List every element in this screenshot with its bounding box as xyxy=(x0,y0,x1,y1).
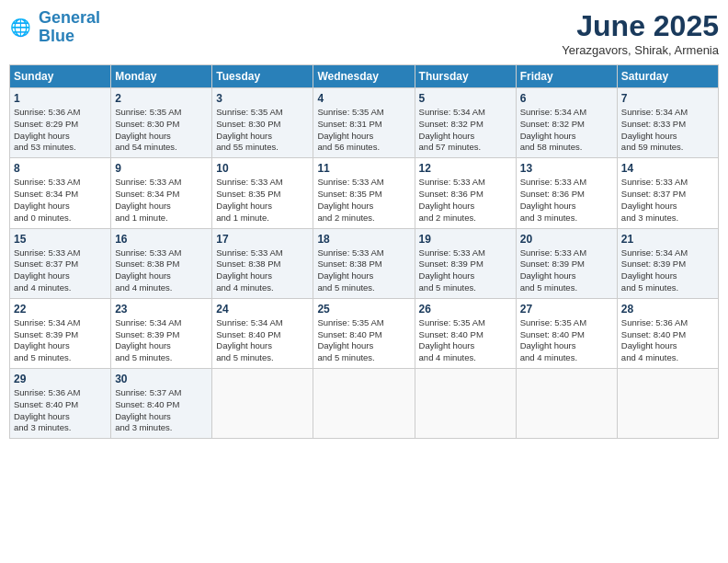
day-info: Sunrise: 5:36 AMSunset: 8:40 PMDaylight … xyxy=(621,317,714,364)
day-number: 26 xyxy=(419,303,512,316)
month-title: June 2025 xyxy=(562,9,719,43)
day-number: 24 xyxy=(216,303,309,316)
day-info: Sunrise: 5:37 AMSunset: 8:40 PMDaylight … xyxy=(115,387,208,434)
day-number: 17 xyxy=(216,233,309,246)
calendar-week-1: 1Sunrise: 5:36 AMSunset: 8:29 PMDaylight… xyxy=(10,88,719,158)
day-info: Sunrise: 5:34 AMSunset: 8:40 PMDaylight … xyxy=(216,317,309,364)
calendar-cell: 17Sunrise: 5:33 AMSunset: 8:38 PMDayligh… xyxy=(212,228,313,298)
calendar-cell: 4Sunrise: 5:35 AMSunset: 8:31 PMDaylight… xyxy=(313,88,415,158)
calendar-cell: 25Sunrise: 5:35 AMSunset: 8:40 PMDayligh… xyxy=(313,298,415,368)
calendar-cell: 1Sunrise: 5:36 AMSunset: 8:29 PMDaylight… xyxy=(10,88,111,158)
day-info: Sunrise: 5:34 AMSunset: 8:33 PMDaylight … xyxy=(621,107,714,154)
calendar-cell xyxy=(212,369,313,439)
day-number: 27 xyxy=(520,303,613,316)
calendar-cell: 10Sunrise: 5:33 AMSunset: 8:35 PMDayligh… xyxy=(212,158,313,228)
day-number: 8 xyxy=(14,162,107,175)
day-info: Sunrise: 5:35 AMSunset: 8:30 PMDaylight … xyxy=(115,107,208,154)
day-number: 12 xyxy=(419,162,512,175)
calendar-cell: 13Sunrise: 5:33 AMSunset: 8:36 PMDayligh… xyxy=(516,158,617,228)
day-info: Sunrise: 5:35 AMSunset: 8:40 PMDaylight … xyxy=(419,317,512,364)
day-info: Sunrise: 5:36 AMSunset: 8:29 PMDaylight … xyxy=(14,107,107,154)
day-number: 3 xyxy=(216,92,309,105)
header-thursday: Thursday xyxy=(415,65,516,88)
day-number: 30 xyxy=(115,373,208,385)
calendar-cell: 22Sunrise: 5:34 AMSunset: 8:39 PMDayligh… xyxy=(10,298,111,368)
day-number: 13 xyxy=(520,162,613,175)
day-number: 5 xyxy=(419,92,512,105)
day-info: Sunrise: 5:35 AMSunset: 8:31 PMDaylight … xyxy=(317,107,410,154)
day-info: Sunrise: 5:33 AMSunset: 8:39 PMDaylight … xyxy=(520,247,613,294)
calendar-cell: 14Sunrise: 5:33 AMSunset: 8:37 PMDayligh… xyxy=(617,158,718,228)
day-info: Sunrise: 5:34 AMSunset: 8:32 PMDaylight … xyxy=(419,107,512,154)
day-number: 29 xyxy=(14,373,107,385)
logo-line2: Blue xyxy=(39,27,74,45)
header-tuesday: Tuesday xyxy=(212,65,313,88)
day-number: 28 xyxy=(621,303,714,316)
day-number: 11 xyxy=(317,162,410,175)
calendar-cell: 24Sunrise: 5:34 AMSunset: 8:40 PMDayligh… xyxy=(212,298,313,368)
day-number: 14 xyxy=(621,162,714,175)
day-number: 4 xyxy=(317,92,410,105)
calendar-cell: 3Sunrise: 5:35 AMSunset: 8:30 PMDaylight… xyxy=(212,88,313,158)
page-header: 🌐 General Blue June 2025 Yerazgavors, Sh… xyxy=(9,9,719,57)
day-number: 10 xyxy=(216,162,309,175)
day-info: Sunrise: 5:33 AMSunset: 8:34 PMDaylight … xyxy=(115,177,208,224)
calendar-cell xyxy=(516,369,617,439)
day-info: Sunrise: 5:33 AMSunset: 8:34 PMDaylight … xyxy=(14,177,107,224)
day-info: Sunrise: 5:34 AMSunset: 8:39 PMDaylight … xyxy=(115,317,208,364)
day-number: 18 xyxy=(317,233,410,246)
day-info: Sunrise: 5:36 AMSunset: 8:40 PMDaylight … xyxy=(14,387,107,434)
calendar-cell: 21Sunrise: 5:34 AMSunset: 8:39 PMDayligh… xyxy=(617,228,718,298)
calendar-week-4: 22Sunrise: 5:34 AMSunset: 8:39 PMDayligh… xyxy=(10,298,719,368)
calendar-cell: 16Sunrise: 5:33 AMSunset: 8:38 PMDayligh… xyxy=(111,228,212,298)
header-sunday: Sunday xyxy=(10,65,111,88)
day-info: Sunrise: 5:33 AMSunset: 8:38 PMDaylight … xyxy=(216,247,309,294)
calendar-cell: 19Sunrise: 5:33 AMSunset: 8:39 PMDayligh… xyxy=(415,228,516,298)
calendar-cell: 26Sunrise: 5:35 AMSunset: 8:40 PMDayligh… xyxy=(415,298,516,368)
day-info: Sunrise: 5:35 AMSunset: 8:40 PMDaylight … xyxy=(317,317,410,364)
calendar-cell xyxy=(313,369,415,439)
day-info: Sunrise: 5:33 AMSunset: 8:38 PMDaylight … xyxy=(317,247,410,294)
day-number: 15 xyxy=(14,233,107,246)
calendar-cell: 8Sunrise: 5:33 AMSunset: 8:34 PMDaylight… xyxy=(10,158,111,228)
location-subtitle: Yerazgavors, Shirak, Armenia xyxy=(562,43,719,57)
day-number: 21 xyxy=(621,233,714,246)
calendar-cell: 30Sunrise: 5:37 AMSunset: 8:40 PMDayligh… xyxy=(111,369,212,439)
day-info: Sunrise: 5:33 AMSunset: 8:38 PMDaylight … xyxy=(115,247,208,294)
day-number: 22 xyxy=(14,303,107,316)
calendar-cell: 6Sunrise: 5:34 AMSunset: 8:32 PMDaylight… xyxy=(516,88,617,158)
day-info: Sunrise: 5:33 AMSunset: 8:36 PMDaylight … xyxy=(520,177,613,224)
day-number: 9 xyxy=(115,162,208,175)
day-info: Sunrise: 5:35 AMSunset: 8:30 PMDaylight … xyxy=(216,107,309,154)
calendar-cell: 27Sunrise: 5:35 AMSunset: 8:40 PMDayligh… xyxy=(516,298,617,368)
header-wednesday: Wednesday xyxy=(313,65,415,88)
calendar-cell: 11Sunrise: 5:33 AMSunset: 8:35 PMDayligh… xyxy=(313,158,415,228)
day-number: 7 xyxy=(621,92,714,105)
calendar-cell: 7Sunrise: 5:34 AMSunset: 8:33 PMDaylight… xyxy=(617,88,718,158)
day-number: 19 xyxy=(419,233,512,246)
calendar-cell: 29Sunrise: 5:36 AMSunset: 8:40 PMDayligh… xyxy=(10,369,111,439)
logo-line1: General xyxy=(39,8,100,27)
day-info: Sunrise: 5:33 AMSunset: 8:35 PMDaylight … xyxy=(317,177,410,224)
logo: 🌐 General Blue xyxy=(9,9,100,46)
calendar-cell: 28Sunrise: 5:36 AMSunset: 8:40 PMDayligh… xyxy=(617,298,718,368)
calendar-table: SundayMondayTuesdayWednesdayThursdayFrid… xyxy=(9,64,719,439)
calendar-week-3: 15Sunrise: 5:33 AMSunset: 8:37 PMDayligh… xyxy=(10,228,719,298)
calendar-cell: 18Sunrise: 5:33 AMSunset: 8:38 PMDayligh… xyxy=(313,228,415,298)
calendar-header-row: SundayMondayTuesdayWednesdayThursdayFrid… xyxy=(10,65,719,88)
calendar-cell xyxy=(415,369,516,439)
day-number: 6 xyxy=(520,92,613,105)
title-block: June 2025 Yerazgavors, Shirak, Armenia xyxy=(562,9,719,57)
day-info: Sunrise: 5:35 AMSunset: 8:40 PMDaylight … xyxy=(520,317,613,364)
svg-text:🌐: 🌐 xyxy=(10,17,31,37)
day-info: Sunrise: 5:33 AMSunset: 8:35 PMDaylight … xyxy=(216,177,309,224)
calendar-week-2: 8Sunrise: 5:33 AMSunset: 8:34 PMDaylight… xyxy=(10,158,719,228)
header-monday: Monday xyxy=(111,65,212,88)
calendar-cell: 2Sunrise: 5:35 AMSunset: 8:30 PMDaylight… xyxy=(111,88,212,158)
logo-icon: 🌐 xyxy=(9,15,35,40)
day-info: Sunrise: 5:33 AMSunset: 8:39 PMDaylight … xyxy=(419,247,512,294)
day-info: Sunrise: 5:33 AMSunset: 8:36 PMDaylight … xyxy=(419,177,512,224)
day-info: Sunrise: 5:33 AMSunset: 8:37 PMDaylight … xyxy=(14,247,107,294)
calendar-cell: 20Sunrise: 5:33 AMSunset: 8:39 PMDayligh… xyxy=(516,228,617,298)
day-info: Sunrise: 5:33 AMSunset: 8:37 PMDaylight … xyxy=(621,177,714,224)
